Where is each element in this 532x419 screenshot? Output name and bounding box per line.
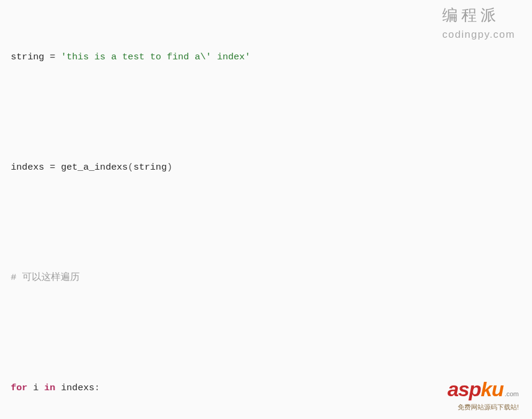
watermark-brand-a: asp xyxy=(448,375,481,404)
watermark-codingpy: 编程派 codingpy.com xyxy=(442,5,515,42)
operator: = xyxy=(44,52,61,62)
identifier: i xyxy=(28,382,44,393)
code-line: indexs = get_a_indexs(string) xyxy=(11,161,521,174)
watermark-logo: aspku.com xyxy=(448,375,519,404)
paren: ( xyxy=(128,162,133,173)
code-block: string = 'this is a test to find a\' ind… xyxy=(11,12,521,419)
blank-line xyxy=(11,218,521,233)
watermark-aspku: aspku.com 免费网站源码下载站! xyxy=(448,375,519,412)
watermark-brand-b: ku xyxy=(480,375,503,404)
string-literal: 'this is a test to find a\' index' xyxy=(61,52,250,62)
keyword-in: in xyxy=(44,382,56,393)
watermark-tld: .com xyxy=(504,390,519,399)
colon: : xyxy=(95,382,100,393)
blank-line xyxy=(11,328,521,342)
keyword-for: for xyxy=(11,382,28,393)
identifier: string xyxy=(11,52,44,62)
watermark-tagline: 免费网站源码下载站! xyxy=(448,403,519,412)
comment: # 可以这样遍历 xyxy=(11,272,80,283)
identifier: indexs xyxy=(55,382,94,393)
watermark-en: codingpy.com xyxy=(442,28,515,42)
watermark-cn: 编程派 xyxy=(442,5,515,26)
identifier: indexs xyxy=(11,162,44,173)
blank-line xyxy=(11,108,521,122)
code-line: string = 'this is a test to find a\' ind… xyxy=(11,51,521,64)
function-call: get_a_indexs xyxy=(61,162,128,173)
code-line: for i in indexs: xyxy=(11,382,521,395)
comment-line: # 可以这样遍历 xyxy=(11,272,521,285)
operator: = xyxy=(44,162,61,173)
paren: ) xyxy=(167,162,172,173)
argument: string xyxy=(134,162,167,173)
